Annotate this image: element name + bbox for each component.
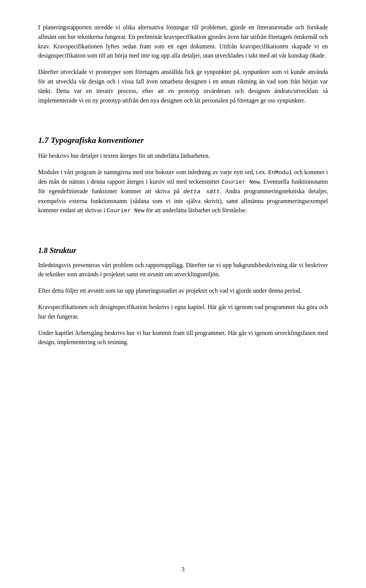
paragraph-typography: Moduler i vårt program är namngivna med … <box>38 168 328 216</box>
spacer-2 <box>38 223 328 232</box>
section-18-heading: 1.8 Struktur <box>38 245 328 255</box>
code-courier-new-1: Courier New <box>222 179 260 186</box>
page: I planeringsrapporten utredde vi olika a… <box>0 0 366 588</box>
page-number: 3 <box>181 566 185 573</box>
code-courier-new-2: Courier New <box>107 208 144 214</box>
paragraph-1: I planeringsrapporten utredde vi olika a… <box>38 23 328 61</box>
section-17-heading: 1.7 Typografiska konventioner <box>38 135 328 146</box>
spacer-1 <box>38 112 328 121</box>
section-18-intro: Inledningsvis presenteras vårt problem o… <box>38 261 328 280</box>
code-detta-satt: detta sätt <box>183 189 220 195</box>
paragraph-2: Därefter utvecklade vi prototyper som fö… <box>38 67 328 105</box>
paragraph-planning: Efter detta följer ett avsnitt som tar u… <box>38 286 328 296</box>
paragraph-kravspec: Kravspecifikationen och designspecifikat… <box>38 303 328 322</box>
section-17-intro: Här beskrivs hur detaljer i texten återg… <box>38 151 328 161</box>
paragraph-arbetsgang: Under kapitlet Arbetsgång beskrivs hur v… <box>38 328 328 348</box>
code-enmodul: EnModul <box>268 170 292 176</box>
